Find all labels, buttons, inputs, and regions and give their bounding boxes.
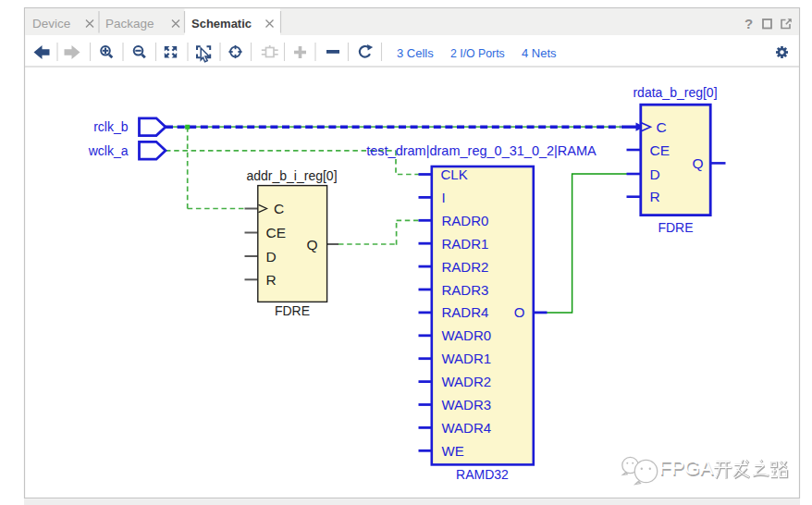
svg-text:D: D	[650, 166, 660, 182]
svg-text:?: ?	[744, 16, 753, 31]
svg-text:I: I	[442, 190, 446, 205]
svg-text:WADR3: WADR3	[442, 397, 492, 413]
svg-text:CE: CE	[650, 142, 671, 158]
svg-text:Q: Q	[692, 155, 703, 171]
svg-text:FPGA: FPGA	[659, 457, 714, 479]
svg-text:RAMD32: RAMD32	[456, 467, 509, 482]
svg-text:Package: Package	[105, 17, 154, 31]
svg-text:WADR1: WADR1	[442, 351, 492, 366]
svg-text:WE: WE	[442, 443, 464, 459]
svg-text:4 Nets: 4 Nets	[522, 46, 557, 60]
svg-text:wclk_a: wclk_a	[88, 143, 129, 158]
svg-text:2 I/O Ports: 2 I/O Ports	[450, 47, 505, 60]
svg-text:R: R	[266, 272, 277, 288]
svg-text:rclk_b: rclk_b	[93, 119, 129, 134]
svg-text:RADR0: RADR0	[442, 213, 489, 228]
svg-text:FDRE: FDRE	[658, 220, 693, 235]
svg-text:WADR0: WADR0	[442, 327, 492, 343]
svg-text:WADR2: WADR2	[442, 374, 492, 389]
svg-text:addr_b_i_reg[0]: addr_b_i_reg[0]	[246, 168, 337, 183]
svg-text:D: D	[266, 249, 277, 265]
svg-text:RADR2: RADR2	[442, 259, 489, 275]
svg-text:RADR1: RADR1	[442, 236, 489, 252]
svg-text:RADR3: RADR3	[442, 282, 489, 298]
svg-text:R: R	[650, 189, 660, 204]
svg-text:3 Cells: 3 Cells	[397, 46, 434, 60]
svg-text:WADR4: WADR4	[442, 420, 492, 436]
svg-text:C: C	[657, 119, 667, 135]
svg-text:Schematic: Schematic	[191, 17, 252, 31]
svg-text:Q: Q	[306, 237, 317, 252]
svg-text:CE: CE	[266, 225, 287, 240]
svg-text:Device: Device	[32, 17, 70, 31]
svg-text:C: C	[274, 201, 284, 216]
svg-text:O: O	[514, 304, 525, 320]
svg-text:RADR4: RADR4	[442, 304, 489, 320]
svg-text:CLK: CLK	[441, 166, 468, 182]
svg-text:test_dram|dram_reg_0_31_0_2|RA: test_dram|dram_reg_0_31_0_2|RAMA	[366, 143, 597, 158]
svg-text:FDRE: FDRE	[275, 303, 310, 318]
svg-text:rdata_b_reg[0]: rdata_b_reg[0]	[633, 85, 717, 100]
